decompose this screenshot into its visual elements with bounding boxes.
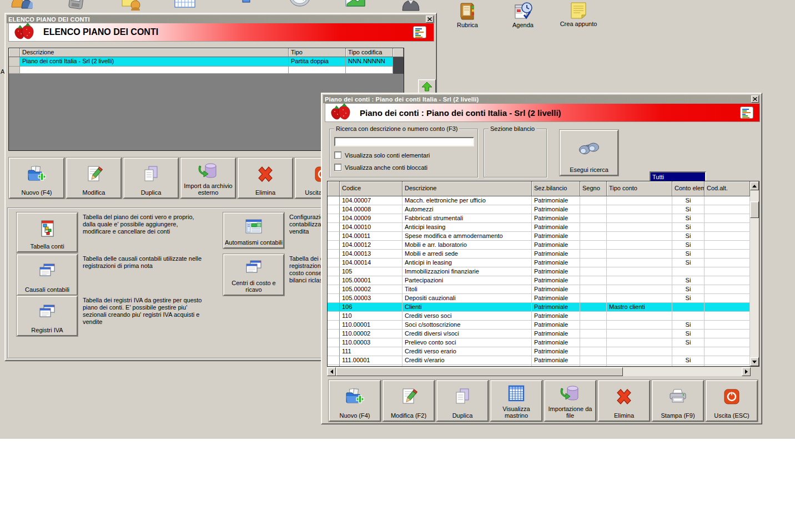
elimina-button[interactable]: Elimina: [598, 380, 650, 422]
titlebar[interactable]: ELENCO PIANO DEI CONTI: [7, 15, 435, 23]
grid-row[interactable]: 104.00009Fabbricati strumentaliPatrimoni…: [328, 214, 750, 223]
handheld-device-icon[interactable]: [63, 0, 89, 13]
checkbox-box[interactable]: [334, 164, 341, 171]
colored-bars-icon[interactable]: [413, 26, 426, 38]
grid-cell[interactable]: 110.00002: [340, 330, 402, 338]
grid-cell[interactable]: [607, 250, 672, 259]
grid-cell[interactable]: Si: [672, 232, 705, 241]
grid-cell[interactable]: 104.00008: [340, 205, 402, 214]
scrollbar-thumb[interactable]: [750, 201, 759, 218]
grid-row[interactable]: 110.00001Soci c/sottoscrizionePatrimonia…: [328, 321, 750, 330]
grid-cell[interactable]: Patrimoniale: [532, 232, 580, 241]
grid-cell[interactable]: Prelievo conto soci: [402, 338, 532, 347]
grid-cell[interactable]: [607, 285, 672, 294]
grid-cell[interactable]: Si: [672, 250, 705, 259]
grid-cell[interactable]: [705, 214, 750, 223]
grid-cell[interactable]: Patrimoniale: [532, 347, 580, 356]
table-cell[interactable]: NNN.NNNNN: [346, 57, 393, 67]
network-icon[interactable]: [226, 0, 251, 13]
grid-cell[interactable]: Mobili e arr. laboratorio: [402, 241, 532, 250]
grid-cell[interactable]: [607, 365, 672, 367]
grid-cell[interactable]: [705, 232, 750, 241]
grid-cell[interactable]: [607, 241, 672, 250]
import-archivio-button[interactable]: Import da archivio esterno: [180, 158, 236, 199]
grid-cell[interactable]: Si: [672, 321, 705, 330]
grid-cell[interactable]: Patrimoniale: [532, 338, 580, 347]
grid-cell[interactable]: [340, 365, 402, 367]
grid-row[interactable]: 104.00007Macch. elettroniche per ufficio…: [328, 196, 750, 205]
grid-cell[interactable]: Patrimoniale: [532, 312, 580, 321]
grid-cell[interactable]: [532, 365, 580, 367]
duplica-button[interactable]: Duplica: [123, 158, 179, 199]
grid-cell[interactable]: [705, 365, 750, 367]
grid-cell[interactable]: [705, 356, 750, 365]
registri-iva-button[interactable]: Registri IVA: [17, 296, 78, 336]
causali-contabili-button[interactable]: Causali contabili: [17, 254, 78, 296]
grid-cell[interactable]: [705, 267, 750, 276]
modifica-button[interactable]: Modifica: [66, 158, 122, 199]
column-header[interactable]: Tipo codifica: [346, 48, 393, 57]
grid-cell[interactable]: Patrimoniale: [532, 294, 580, 303]
grid-row[interactable]: 105.00002TitoliPatrimonialeSi: [328, 285, 750, 294]
grid-cell[interactable]: Si: [672, 205, 705, 214]
scroll-right-arrow[interactable]: [742, 367, 751, 376]
grid-cell[interactable]: [705, 321, 750, 330]
grid-cell[interactable]: [705, 276, 750, 285]
grid-cell[interactable]: Si: [672, 241, 705, 250]
shortcut-agenda[interactable]: Agenda: [501, 2, 545, 28]
grid-cell[interactable]: [705, 312, 750, 321]
grid-cell[interactable]: [607, 267, 672, 276]
grid-row[interactable]: 104.00012Mobili e arr. laboratorioPatrim…: [328, 241, 750, 250]
grid-cell[interactable]: Si: [672, 259, 705, 267]
tabella-conti-button[interactable]: Tabella conti: [17, 212, 78, 252]
grid-cell[interactable]: Crediti diversi v/soci: [402, 330, 532, 338]
grid-cell[interactable]: [672, 267, 705, 276]
grid-cell[interactable]: [580, 285, 607, 294]
person-icon[interactable]: [398, 0, 424, 13]
grid-cell[interactable]: 105.00001: [340, 276, 402, 285]
notes-icon[interactable]: [118, 0, 143, 13]
grid-cell[interactable]: 105.00002: [340, 285, 402, 294]
close-icon[interactable]: [426, 16, 434, 23]
row-selector[interactable]: [328, 347, 340, 356]
grid-cell[interactable]: [580, 205, 607, 214]
duplica-button[interactable]: Duplica: [436, 380, 489, 422]
grid-row[interactable]: 111.00001Crediti v/erarioPatrimonialeSi: [328, 356, 750, 365]
grid-cell[interactable]: Patrimoniale: [532, 241, 580, 250]
grid-cell[interactable]: Soci c/sottoscrizione: [402, 321, 532, 330]
row-selector[interactable]: [328, 321, 340, 330]
grid-cell[interactable]: [607, 214, 672, 223]
grid-cell[interactable]: 104.00014: [340, 259, 402, 267]
grid-cell[interactable]: [672, 347, 705, 356]
row-selector[interactable]: [328, 267, 340, 276]
grid-cell[interactable]: Si: [672, 285, 705, 294]
grid-cell[interactable]: [580, 223, 607, 232]
table-row[interactable]: Piano dei conti Italia - Srl (2 livelli)…: [9, 57, 404, 67]
grid-cell[interactable]: Patrimoniale: [532, 330, 580, 338]
scroll-up-button[interactable]: [418, 79, 436, 94]
grid-cell[interactable]: [580, 241, 607, 250]
row-selector[interactable]: [9, 57, 20, 67]
grid-cell[interactable]: [705, 303, 750, 312]
grid-row[interactable]: 111Crediti verso erarioPatrimoniale: [328, 347, 750, 356]
table-row-empty[interactable]: [9, 67, 404, 74]
grid-row[interactable]: 105.00003Depositi cauzionaliPatrimoniale…: [328, 294, 750, 303]
grid-cell[interactable]: Si: [672, 196, 705, 205]
grid-cell[interactable]: [580, 250, 607, 259]
table-cell[interactable]: Piano dei conti Italia - Srl (2 livelli): [20, 57, 289, 67]
grid-cell[interactable]: Mobili e arredi sede: [402, 250, 532, 259]
grid-row[interactable]: 104.00008AutomezziPatrimonialeSi: [328, 205, 750, 214]
row-selector[interactable]: [328, 303, 340, 312]
grid-cell[interactable]: [580, 276, 607, 285]
scrollbar-thumb[interactable]: [336, 367, 623, 376]
grid-cell[interactable]: [705, 347, 750, 356]
grid-cell[interactable]: Spese modifica e ammodernamento: [402, 232, 532, 241]
grid-cell[interactable]: Fabbricati strumentali: [402, 214, 532, 223]
grid-cell[interactable]: 110.00001: [340, 321, 402, 330]
grid-cell[interactable]: [580, 330, 607, 338]
grid-cell[interactable]: [607, 321, 672, 330]
grid-row[interactable]: 105Immobilizzazioni finanziariePatrimoni…: [328, 267, 750, 276]
grid-cell[interactable]: Patrimoniale: [532, 303, 580, 312]
grid-cell[interactable]: 104.00011: [340, 232, 402, 241]
grid-cell[interactable]: [607, 276, 672, 285]
